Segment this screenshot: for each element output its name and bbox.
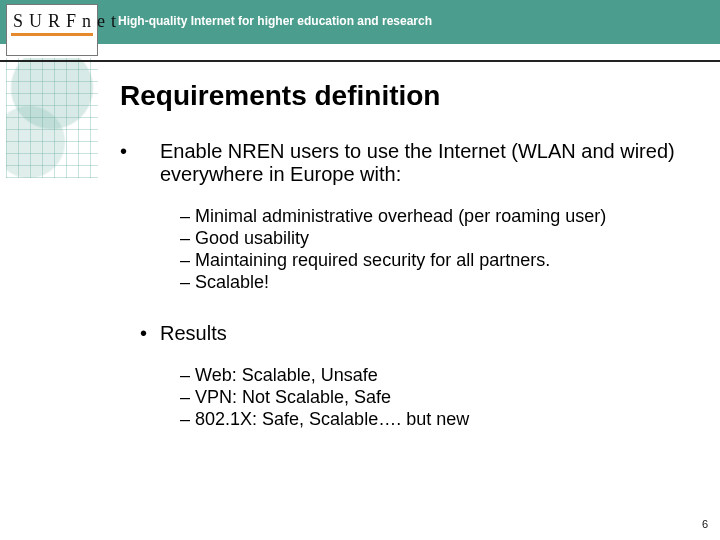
subitem-text: Web: Scalable, Unsafe bbox=[195, 365, 378, 385]
logo-text: SURFnet bbox=[7, 11, 97, 32]
divider bbox=[0, 60, 720, 62]
slide-title: Requirements definition bbox=[120, 80, 440, 112]
subitem: – VPN: Not Scalable, Safe bbox=[180, 387, 690, 408]
page-number: 6 bbox=[702, 518, 708, 530]
subitem: – Scalable! bbox=[180, 272, 690, 293]
subitem-text: Scalable! bbox=[195, 272, 269, 292]
bullet-dot-icon: • bbox=[140, 140, 160, 163]
subitem: – Good usability bbox=[180, 228, 690, 249]
bullet-2: •Results bbox=[120, 322, 690, 345]
bullet-2-text: Results bbox=[160, 322, 227, 344]
slide: High-quality Internet for higher educati… bbox=[0, 0, 720, 540]
logo-underline bbox=[11, 33, 93, 36]
bullet-1-text: Enable NREN users to use the Internet (W… bbox=[160, 140, 675, 185]
subitem: – 802.1X: Safe, Scalable…. but new bbox=[180, 409, 690, 430]
subitem-text: Minimal administrative overhead (per roa… bbox=[195, 206, 606, 226]
logo-grid-graphic bbox=[6, 58, 98, 178]
bullet-dot-icon: • bbox=[140, 322, 160, 345]
tagline: High-quality Internet for higher educati… bbox=[118, 14, 432, 28]
subitem-text: Good usability bbox=[195, 228, 309, 248]
subitem: – Minimal administrative overhead (per r… bbox=[180, 206, 690, 227]
subitem-text: 802.1X: Safe, Scalable…. but new bbox=[195, 409, 469, 429]
subitem-text: Maintaining required security for all pa… bbox=[195, 250, 550, 270]
bullet-1: •Enable NREN users to use the Internet (… bbox=[120, 140, 690, 186]
bullet-1-subitems: – Minimal administrative overhead (per r… bbox=[120, 206, 690, 293]
logo: SURFnet bbox=[6, 4, 98, 56]
content: •Enable NREN users to use the Internet (… bbox=[120, 140, 690, 431]
subitem: – Web: Scalable, Unsafe bbox=[180, 365, 690, 386]
bullet-2-subitems: – Web: Scalable, Unsafe – VPN: Not Scala… bbox=[120, 365, 690, 430]
subitem-text: VPN: Not Scalable, Safe bbox=[195, 387, 391, 407]
subitem: – Maintaining required security for all … bbox=[180, 250, 690, 271]
